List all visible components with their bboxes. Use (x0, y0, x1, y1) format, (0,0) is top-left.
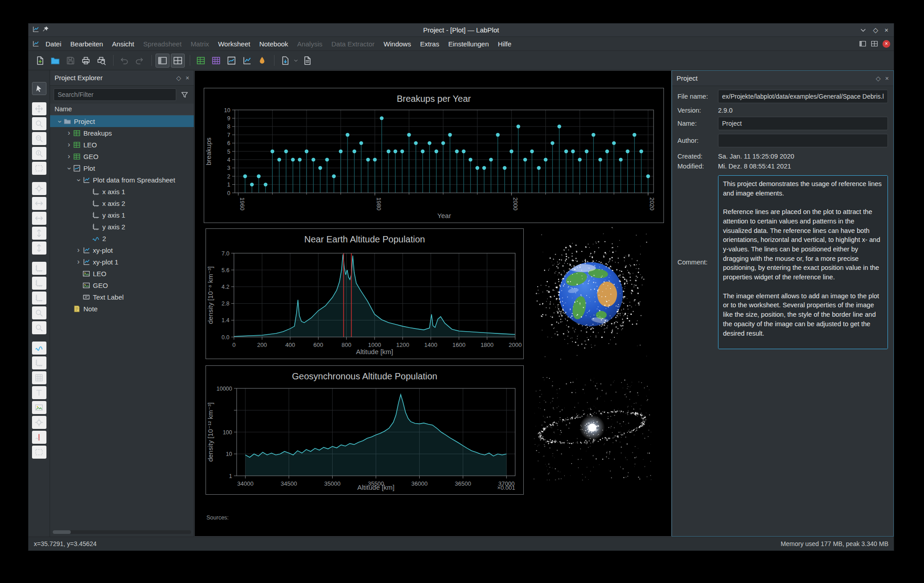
tree-item-x-axis-2[interactable]: x axis 2 (50, 197, 194, 209)
expand-icon[interactable]: › (65, 152, 73, 160)
worksheet-view[interactable]: 1960198020002020012345678910Breakups per… (194, 70, 672, 537)
new-project-button[interactable] (33, 54, 47, 68)
select-and-edit-tool[interactable] (32, 82, 46, 95)
author-input[interactable] (718, 134, 888, 147)
expand-icon[interactable]: › (74, 246, 82, 254)
tree-item-2[interactable]: 2 (50, 232, 194, 244)
titlebar[interactable]: Project - [Plot] — LabPlot ◇ × (28, 23, 894, 37)
add-custom-point-tool[interactable] (32, 416, 46, 429)
shift-up-y-tool[interactable] (32, 227, 46, 240)
shift-down-y-tool[interactable] (32, 241, 46, 255)
toggle-project-explorer-button[interactable] (156, 54, 169, 68)
comment-textarea[interactable] (718, 175, 888, 349)
open-project-button[interactable] (48, 54, 62, 68)
menu-datei[interactable]: Datei (41, 37, 66, 51)
zoom-y-select-tool[interactable] (32, 147, 46, 160)
export-button[interactable] (278, 54, 292, 68)
add-image-tool[interactable] (32, 401, 46, 414)
zoom-x-select-tool[interactable] (32, 132, 46, 145)
add-legend-tool[interactable] (32, 371, 46, 384)
horizontal-scrollbar[interactable] (53, 530, 191, 534)
print-preview-button[interactable] (94, 54, 108, 68)
plot-geosynchronous-population[interactable]: 3400034500350003550036000365003700011010… (206, 365, 524, 495)
menu-bearbeiten[interactable]: Bearbeiten (66, 37, 108, 51)
new-spreadsheet-button[interactable] (194, 54, 208, 68)
leo-debris-earth-image[interactable] (534, 227, 649, 360)
close-document-icon[interactable]: × (883, 40, 890, 48)
add-xy-curve-tool[interactable] (32, 342, 46, 355)
toolbar-list-icon[interactable] (859, 40, 866, 47)
plot-breakups-per-year[interactable]: 1960198020002020012345678910Breakups per… (204, 88, 664, 223)
maximize-icon[interactable]: ◇ (873, 27, 878, 33)
close-panel-icon[interactable]: × (885, 75, 889, 82)
save-project-button[interactable] (64, 54, 78, 68)
select-region-tool[interactable] (32, 162, 46, 175)
expand-icon[interactable]: › (65, 129, 73, 137)
tree-item-xy-plot-1[interactable]: ›xy-plot 1 (50, 256, 194, 268)
float-panel-icon[interactable]: ◇ (176, 74, 181, 82)
add-reference-line-tool[interactable] (32, 431, 46, 444)
zoom-out-tool[interactable] (32, 321, 46, 334)
undo-button[interactable] (117, 54, 131, 68)
navigate-tool[interactable] (32, 102, 46, 115)
zoom-select-tool[interactable] (32, 117, 46, 130)
auto-scale-x-tool[interactable] (32, 277, 46, 290)
tree-item-leo[interactable]: ›LEO (50, 139, 194, 150)
tree-item-x-axis-1[interactable]: x axis 1 (50, 186, 194, 197)
menu-notebook[interactable]: Notebook (255, 37, 293, 51)
tree-item-plot[interactable]: ›Plot (50, 162, 194, 174)
tree-item-project[interactable]: ›Project (50, 115, 194, 127)
tree-item-y-axis-2[interactable]: y axis 2 (50, 221, 194, 232)
float-panel-icon[interactable]: ◇ (876, 75, 881, 82)
redo-button[interactable] (133, 54, 146, 68)
shift-left-x-tool[interactable] (32, 197, 46, 210)
toolbar-config-icon[interactable] (871, 40, 878, 47)
tree-item-text-label[interactable]: Text Label (50, 291, 194, 303)
collapse-icon[interactable]: › (65, 164, 73, 173)
collapse-icon[interactable]: › (56, 118, 64, 126)
name-input[interactable] (718, 117, 888, 130)
expand-icon[interactable]: › (65, 141, 73, 149)
tree-item-plot-data-from-spreadsheet[interactable]: ›Plot data from Spreadsheet (50, 174, 194, 186)
auto-scale-y-tool[interactable] (32, 292, 46, 305)
file-name-input[interactable] (718, 90, 888, 103)
add-axis-tool[interactable] (32, 356, 46, 369)
tree-item-leo[interactable]: LEO (50, 268, 194, 279)
scrollbar-thumb[interactable] (53, 530, 71, 534)
menu-einstellungen[interactable]: Einstellungen (444, 37, 493, 51)
zoom-in-tool[interactable] (32, 306, 46, 319)
tree-item-breakups[interactable]: ›Breakups (50, 127, 194, 139)
close-icon[interactable]: × (884, 27, 888, 33)
menu-hilfe[interactable]: Hilfe (494, 37, 516, 51)
chevron-down-icon[interactable] (293, 58, 298, 63)
menu-worksheet[interactable]: Worksheet (214, 37, 255, 51)
menu-windows[interactable]: Windows (379, 37, 416, 51)
collapse-icon[interactable]: › (75, 176, 83, 184)
tree-item-y-axis-1[interactable]: y axis 1 (50, 209, 194, 221)
toggle-properties-explorer-button[interactable] (171, 54, 185, 68)
expand-icon[interactable]: › (74, 258, 82, 266)
new-notebook-button[interactable] (300, 54, 314, 68)
print-button[interactable] (79, 54, 93, 68)
add-reference-range-tool[interactable] (32, 446, 46, 459)
filter-options-icon[interactable] (178, 89, 190, 100)
close-panel-icon[interactable]: × (186, 74, 189, 82)
new-plot-button[interactable] (240, 54, 254, 68)
tree-item-note[interactable]: Note (50, 303, 194, 314)
geo-debris-ring-image[interactable] (534, 377, 651, 480)
project-explorer-header[interactable]: Project Explorer ◇ × (50, 70, 194, 86)
auto-scale-tool[interactable] (32, 262, 46, 275)
crosshair-tool[interactable] (32, 182, 46, 195)
plot-near-earth-population[interactable]: 02004006008001000120014001600180020000.0… (206, 228, 524, 359)
properties-header[interactable]: Project ◇ × (672, 71, 893, 86)
color-maps-button[interactable] (255, 54, 269, 68)
minimize-icon[interactable] (860, 27, 867, 34)
tree-column-header[interactable]: Name (50, 104, 194, 115)
menu-ansicht[interactable]: Ansicht (108, 37, 139, 51)
pin-icon[interactable] (42, 26, 49, 35)
new-matrix-button[interactable] (209, 54, 223, 68)
add-text-label-tool[interactable] (32, 386, 46, 399)
search-input[interactable] (54, 88, 176, 101)
shift-right-x-tool[interactable] (32, 212, 46, 225)
tree-item-geo[interactable]: GEO (50, 279, 194, 291)
